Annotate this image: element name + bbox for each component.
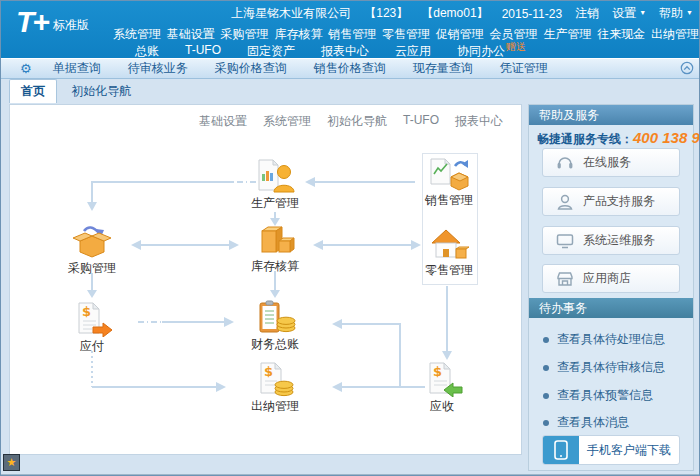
todo-link-audit[interactable]: 查看具体待审核信息 [543,359,665,376]
receivable-icon: $ [420,361,464,397]
service-button-online[interactable]: 在线服务 [542,148,680,177]
menu-cashier[interactable]: 出纳管理 [651,26,699,43]
settings-label: 设置 [612,6,636,20]
account-code: 【123】 [364,5,408,22]
service-button-label: 产品支持服务 [583,193,655,210]
purchase-icon [70,223,114,259]
svg-text:$: $ [264,364,273,379]
node-label: 出纳管理 [240,398,310,415]
service-button-system-ops[interactable]: 系统运维服务 [542,226,680,255]
production-icon [253,158,297,194]
toolbar-item-stock-query[interactable]: 现存量查询 [413,60,473,77]
menu-basic-settings[interactable]: 基础设置 [167,26,215,43]
flow-node-sales[interactable]: 销售管理 [414,155,484,209]
main-menu-row1: 系统管理 基础设置 采购管理 库存核算 销售管理 零售管理 促销管理 会员管理 … [113,26,699,43]
service-button-label: 应用商店 [583,270,631,287]
toolbar-items: 单据查询 待审核业务 采购价格查询 销售价格查询 现存量查询 凭证管理 [53,60,548,77]
menu-system[interactable]: 系统管理 [113,26,161,43]
todo-link-label: 查看具体预警信息 [557,387,653,404]
retail-icon [427,225,471,261]
todo-link-label: 查看具体消息 [557,414,629,431]
tab-bar: 首页 初始化导航 [1,79,700,100]
todo-header: 待办事务 [529,298,693,318]
flow-node-production[interactable]: 生产管理 [240,158,310,212]
payable-icon: $ [70,301,114,337]
flow-node-ledger[interactable]: 财务总账 [240,299,310,353]
todo-link-alerts[interactable]: 查看具体预警信息 [543,387,653,404]
app-header: T+标准版 上海星铭木业有限公司 【123】 【demo01】 2015-11-… [1,1,700,58]
todo-link-label: 查看具体待处理信息 [557,331,665,348]
favorite-star-icon[interactable]: ★ [3,454,20,471]
service-button-label: 系统运维服务 [583,232,655,249]
download-label: 手机客户端下载 [579,436,679,464]
monitor-icon [556,233,574,249]
flow-node-retail[interactable]: 零售管理 [414,225,484,279]
toolbar-item-doc-query[interactable]: 单据查询 [53,60,101,77]
menu-production[interactable]: 生产管理 [543,26,591,43]
flow-node-inventory[interactable]: 库存核算 [240,221,310,275]
node-label: 财务总账 [240,336,310,353]
collaboration-label: 协同办公 [457,44,505,58]
help-menu[interactable]: 帮助▼ [659,5,693,22]
node-label: 库存核算 [240,258,310,275]
inventory-icon [253,221,297,257]
todo-link-label: 查看具体待审核信息 [557,359,665,376]
menu-retail[interactable]: 零售管理 [382,26,430,43]
help-services-header: 帮助及服务 [529,105,693,125]
logo-text: T+ [16,5,48,38]
tab-home[interactable]: 首页 [9,79,57,103]
node-label: 采购管理 [57,260,127,277]
tplus-window: T+标准版 上海星铭木业有限公司 【123】 【demo01】 2015-11-… [0,0,700,476]
quick-toolbar: ⚙ 单据查询 待审核业务 采购价格查询 销售价格查询 现存量查询 凭证管理 [1,58,700,79]
toolbar-item-purchase-price-query[interactable]: 采购价格查询 [215,60,287,77]
bullet-icon [543,365,549,371]
phone-icon [543,436,579,464]
todo-link-messages[interactable]: 查看具体消息 [543,414,629,431]
current-date: 2015-11-23 [502,7,563,21]
svg-text:$: $ [433,364,442,379]
username: 【demo01】 [421,5,488,22]
gift-badge: 赠送 [506,41,526,52]
home-canvas: 基础设置 系统管理 初始化导航 T-UFO 报表中心 [9,104,522,455]
gear-icon[interactable]: ⚙ [20,62,32,75]
flow-node-payable[interactable]: $ 应付 [57,301,127,355]
store-icon [556,271,574,287]
flow-node-purchase[interactable]: 采购管理 [57,223,127,277]
collapse-toolbar-icon[interactable] [680,61,694,78]
app-logo: T+标准版 [16,5,84,39]
toolbar-item-sales-price-query[interactable]: 销售价格查询 [314,60,386,77]
topbar: 上海星铭木业有限公司 【123】 【demo01】 2015-11-23 注销 … [231,5,693,22]
node-label: 零售管理 [414,262,484,279]
caret-down-icon: ▼ [686,9,693,16]
bullet-icon [543,420,549,426]
node-label: 销售管理 [414,192,484,209]
flow-node-cashier[interactable]: $ 出纳管理 [240,361,310,415]
service-button-label: 在线服务 [583,154,631,171]
toolbar-item-pending-audit[interactable]: 待审核业务 [128,60,188,77]
menu-inventory[interactable]: 库存核算 [274,26,322,43]
menu-purchase[interactable]: 采购管理 [221,26,269,43]
headset-icon [556,155,574,171]
menu-sales[interactable]: 销售管理 [328,26,376,43]
service-button-product-support[interactable]: 产品支持服务 [542,187,680,216]
edition-label: 标准版 [53,18,89,32]
tab-init-nav[interactable]: 初始化导航 [60,80,142,103]
mobile-download-button[interactable]: 手机客户端下载 [542,435,680,465]
service-hotline: 畅捷通服务专线：400 138 9588 [537,129,700,148]
node-label: 应收 [407,398,477,415]
menu-cash[interactable]: 往来现金 [597,26,645,43]
hotline-label: 畅捷通服务专线： [537,132,633,146]
menu-promotion[interactable]: 促销管理 [436,26,484,43]
todo-link-pending[interactable]: 查看具体待处理信息 [543,331,665,348]
company-name: 上海星铭木业有限公司 [231,5,351,22]
cashier-icon: $ [253,361,297,397]
logout-link[interactable]: 注销 [575,5,599,22]
hotline-number: 400 138 9588 [633,129,700,146]
help-label: 帮助 [659,6,683,20]
sales-icon [427,155,471,191]
node-label: 生产管理 [240,195,310,212]
flow-node-receivable[interactable]: $ 应收 [407,361,477,415]
service-button-app-store[interactable]: 应用商店 [542,264,680,293]
toolbar-item-voucher-mgmt[interactable]: 凭证管理 [500,60,548,77]
settings-menu[interactable]: 设置▼ [612,5,646,22]
